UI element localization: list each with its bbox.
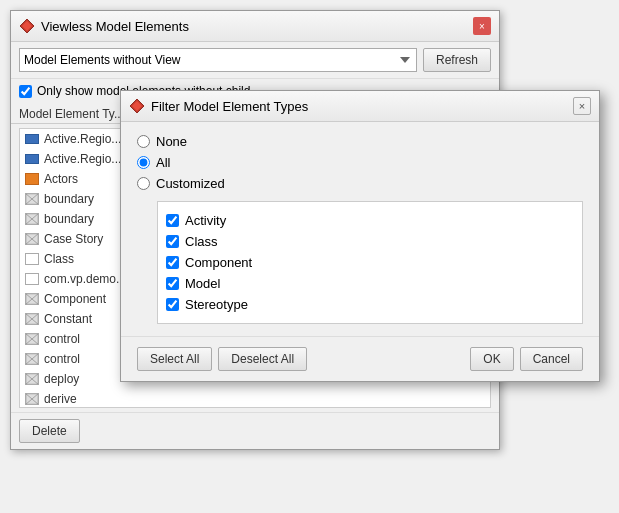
filter-dialog: Filter Model Element Types × None All Cu… <box>120 90 600 382</box>
customized-checkboxes-area: ActivityClassComponentModelStereotype <box>157 201 583 324</box>
list-item-icon <box>24 231 40 247</box>
list-item-icon <box>24 191 40 207</box>
list-item-name: control <box>44 352 80 366</box>
delete-button[interactable]: Delete <box>19 419 80 443</box>
checkbox-model-input[interactable] <box>166 277 179 290</box>
list-item-icon <box>24 151 40 167</box>
filter-dialog-close[interactable]: × <box>573 97 591 115</box>
checkbox-stereotype-input[interactable] <box>166 298 179 311</box>
checkbox-item-model[interactable]: Model <box>166 273 574 294</box>
checkbox-activity-input[interactable] <box>166 214 179 227</box>
select-all-button[interactable]: Select All <box>137 347 212 371</box>
checkbox-activity-label: Activity <box>185 213 226 228</box>
radio-none-input[interactable] <box>137 135 150 148</box>
ok-button[interactable]: OK <box>470 347 513 371</box>
list-item-name: deploy <box>44 372 79 386</box>
filter-footer-left: Select All Deselect All <box>137 347 307 371</box>
list-item-icon <box>24 391 40 407</box>
radio-customized[interactable]: Customized <box>137 176 583 191</box>
main-toolbar: Model Elements without View Refresh <box>11 42 499 79</box>
checkbox-class-label: Class <box>185 234 218 249</box>
list-item-name: Class <box>44 252 74 266</box>
list-item-icon <box>24 311 40 327</box>
checkbox-item-stereotype[interactable]: Stereotype <box>166 294 574 315</box>
app-icon <box>19 18 35 34</box>
list-item-name: Case Story <box>44 232 103 246</box>
radio-all-input[interactable] <box>137 156 150 169</box>
radio-none[interactable]: None <box>137 134 583 149</box>
title-bar-left: Viewless Model Elements <box>19 18 189 34</box>
checkbox-class-input[interactable] <box>166 235 179 248</box>
checkbox-component-label: Component <box>185 255 252 270</box>
filter-title-bar: Filter Model Element Types × <box>121 91 599 122</box>
list-item-name: boundary <box>44 192 94 206</box>
list-item-name: control <box>44 332 80 346</box>
list-item-name: Component <box>44 292 106 306</box>
filter-dialog-icon <box>129 98 145 114</box>
checkbox-item-component[interactable]: Component <box>166 252 574 273</box>
list-item-name: boundary <box>44 212 94 226</box>
list-item-name: Constant <box>44 312 92 326</box>
list-item-name: com.vp.demo... <box>44 272 126 286</box>
list-item-name: derive <box>44 392 77 406</box>
radio-all-label: All <box>156 155 170 170</box>
filter-dialog-title: Filter Model Element Types <box>151 99 308 114</box>
main-window-close[interactable]: × <box>473 17 491 35</box>
list-item-icon <box>24 331 40 347</box>
list-item-icon <box>24 351 40 367</box>
list-item-icon <box>24 251 40 267</box>
radio-none-label: None <box>156 134 187 149</box>
only-without-child-checkbox[interactable] <box>19 85 32 98</box>
filter-footer: Select All Deselect All OK Cancel <box>121 336 599 381</box>
radio-customized-input[interactable] <box>137 177 150 190</box>
list-item-icon <box>24 211 40 227</box>
main-footer: Delete <box>11 412 499 449</box>
main-title-bar: Viewless Model Elements × <box>11 11 499 42</box>
checkbox-model-label: Model <box>185 276 220 291</box>
model-elements-dropdown[interactable]: Model Elements without View <box>19 48 417 72</box>
list-item[interactable]: derive <box>20 389 490 408</box>
checkbox-stereotype-label: Stereotype <box>185 297 248 312</box>
main-window-title: Viewless Model Elements <box>41 19 189 34</box>
list-item-icon <box>24 271 40 287</box>
list-item-name: Active.Regio... <box>44 152 121 166</box>
filter-title-left: Filter Model Element Types <box>129 98 308 114</box>
list-item-icon <box>24 371 40 387</box>
checkbox-item-class[interactable]: Class <box>166 231 574 252</box>
list-item-icon <box>24 131 40 147</box>
list-item-icon <box>24 291 40 307</box>
cancel-button[interactable]: Cancel <box>520 347 583 371</box>
list-item-name: Active.Regio... <box>44 132 121 146</box>
deselect-all-button[interactable]: Deselect All <box>218 347 307 371</box>
list-item-icon <box>24 171 40 187</box>
radio-customized-label: Customized <box>156 176 225 191</box>
list-item-name: Actors <box>44 172 78 186</box>
checkbox-component-input[interactable] <box>166 256 179 269</box>
checkbox-item-activity[interactable]: Activity <box>166 210 574 231</box>
filter-footer-right: OK Cancel <box>470 347 583 371</box>
radio-all[interactable]: All <box>137 155 583 170</box>
filter-radio-group: None All Customized <box>137 134 583 191</box>
filter-body: None All Customized ActivityClassCompone… <box>121 122 599 336</box>
refresh-button[interactable]: Refresh <box>423 48 491 72</box>
